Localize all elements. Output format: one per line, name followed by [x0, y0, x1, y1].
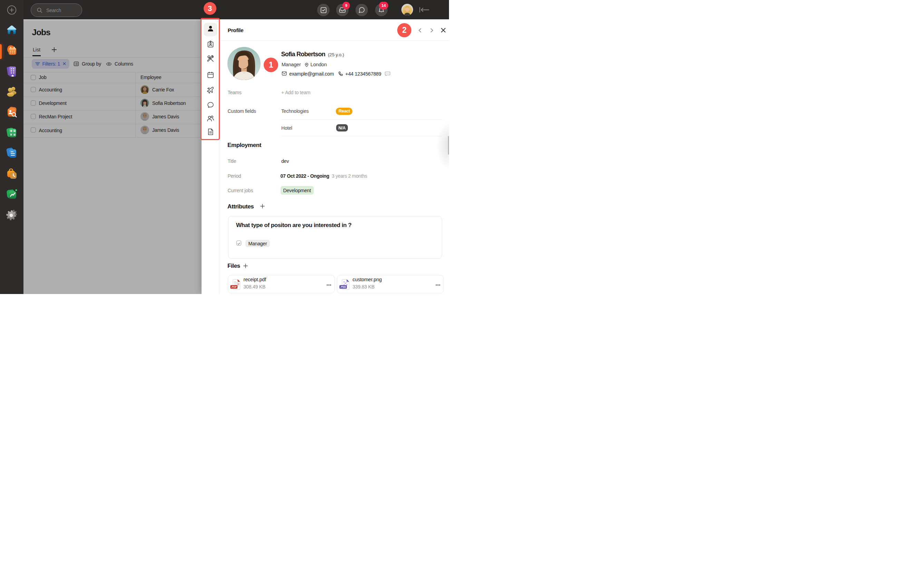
svg-text:.PNG: .PNG — [340, 286, 346, 289]
svg-text:.PDF: .PDF — [231, 286, 237, 289]
